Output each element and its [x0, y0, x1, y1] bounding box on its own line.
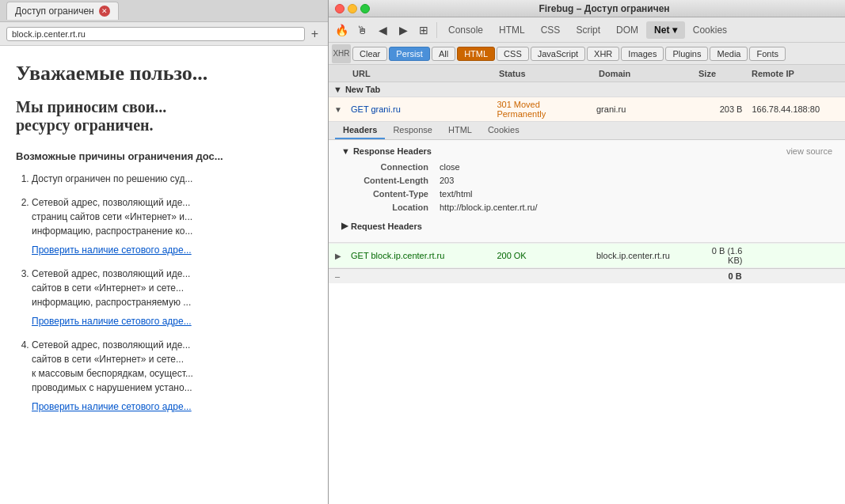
row-expand-icon-2: ▶: [332, 249, 344, 262]
close-button[interactable]: [335, 4, 344, 13]
net-request-main-1[interactable]: ▼ GET grani.ru 301 Moved Permanently gra…: [329, 97, 845, 121]
browser-tab[interactable]: Доступ ограничен ✕: [6, 2, 119, 20]
firebug-panel: Firebug – Доступ ограничен 🔥 🖱 ◀ ▶ ⊞ Con…: [329, 0, 845, 504]
list-item-text: Сетевой адрес, позволяющий иде...сайтов …: [32, 268, 191, 308]
header-row-location: Location http://block.ip.center.rt.ru/: [343, 203, 831, 214]
request-status-2: 200 OK: [490, 251, 590, 260]
tab-console[interactable]: Console: [440, 21, 491, 39]
header-value-content-type: text/html: [440, 189, 831, 201]
tab-net[interactable]: Net ▾: [646, 21, 685, 39]
tab-close-button[interactable]: ✕: [99, 6, 110, 17]
all-button[interactable]: All: [432, 47, 455, 61]
list-item-text: Сетевой адрес, позволяющий иде...страниц…: [32, 197, 192, 237]
xhr-button[interactable]: XHR: [587, 47, 619, 61]
page-link[interactable]: Проверить наличие сетового адре...: [32, 243, 312, 257]
response-headers-label: Response Headers: [353, 146, 432, 156]
plugins-button[interactable]: Plugins: [665, 47, 708, 61]
view-source-link[interactable]: view source: [786, 146, 832, 156]
net-tool-icon[interactable]: XHR: [332, 44, 351, 63]
detail-content: ▼ Response Headers view source Connectio…: [329, 140, 845, 242]
list-item-text: Сетевой адрес, позволяющий иде...сайтов …: [32, 339, 193, 393]
status-column-header: Status: [493, 69, 592, 78]
detail-tab-headers[interactable]: Headers: [335, 122, 385, 139]
page-heading: Уважаемые пользо...: [16, 62, 312, 85]
toolbar-separator: [436, 22, 437, 38]
page-subheading: Мы приносим свои...ресурсу ограничен.: [16, 98, 312, 135]
section-collapse-icon: ▶: [341, 221, 348, 231]
window-buttons: [335, 4, 370, 13]
browser-content: Уважаемые пользо... Мы приносим свои...р…: [0, 46, 328, 504]
media-button[interactable]: Media: [710, 47, 748, 61]
clear-button[interactable]: Clear: [352, 47, 387, 61]
summary-size: 0 В: [585, 271, 745, 281]
header-row-content-type: Content-Type text/html: [343, 189, 831, 201]
net-group-header[interactable]: ▼ New Tab: [329, 82, 845, 97]
detail-tab-html[interactable]: HTML: [440, 122, 480, 139]
firebug-toolbar: 🔥 🖱 ◀ ▶ ⊞ Console HTML CSS Script DOM Ne…: [329, 17, 845, 43]
browser-tab-bar: Доступ ограничен ✕: [0, 0, 328, 22]
group-label: New Tab: [345, 85, 380, 94]
firebug-logo-icon[interactable]: 🔥: [332, 21, 351, 40]
forward-icon[interactable]: ▶: [394, 21, 413, 40]
request-domain-1: grani.ru: [590, 104, 690, 114]
tab-dom[interactable]: DOM: [608, 21, 646, 39]
response-headers-table: Connection close Content-Length 203 Cont…: [341, 161, 832, 216]
header-value-connection: close: [440, 162, 831, 174]
header-name-content-type: Content-Type: [343, 189, 438, 201]
firebug-title: Firebug – Доступ ограничен: [370, 3, 839, 14]
step-icon[interactable]: ⊞: [414, 21, 433, 40]
net-content: ▼ New Tab ▼ GET grani.ru 301 Moved Perma…: [329, 82, 845, 504]
persist-button[interactable]: Persist: [389, 47, 430, 61]
request-headers-header[interactable]: ▶ Request Headers: [341, 221, 832, 231]
fonts-button[interactable]: Fonts: [749, 47, 786, 61]
header-row-connection: Connection close: [343, 162, 831, 174]
back-icon[interactable]: ◀: [373, 21, 392, 40]
net-request-main-2[interactable]: ▶ GET block.ip.center.rt.ru 200 OK block…: [329, 244, 845, 267]
tab-html[interactable]: HTML: [491, 21, 533, 39]
address-field[interactable]: block.ip.center.rt.ru: [6, 27, 305, 41]
browser-address-bar: block.ip.center.rt.ru +: [0, 22, 328, 46]
net-summary-row: – 0 В: [329, 268, 845, 283]
header-value-content-length: 203: [440, 176, 831, 188]
list-item: Сетевой адрес, позволяющий иде...страниц…: [32, 195, 312, 257]
list-item: Доступ ограничен по решению суд...: [32, 172, 312, 186]
maximize-button[interactable]: [360, 4, 370, 13]
javascript-button[interactable]: JavaScript: [531, 47, 585, 61]
list-item-text: Доступ ограничен по решению суд...: [32, 173, 192, 184]
detail-tabs: Headers Response HTML Cookies: [329, 122, 845, 140]
remote-ip-column-header: Remote IP: [745, 69, 845, 78]
page-link[interactable]: Проверить наличие сетового адре...: [32, 314, 312, 328]
new-tab-button[interactable]: +: [308, 28, 322, 40]
section-expand-icon: ▼: [341, 146, 350, 156]
inspect-icon[interactable]: 🖱: [352, 21, 371, 40]
tab-label: Доступ ограничен: [15, 6, 94, 17]
request-headers-label: Request Headers: [351, 222, 422, 231]
request-details-1: Headers Response HTML Cookies ▼ Response…: [329, 121, 845, 243]
list-item: Сетевой адрес, позволяющий иде...сайтов …: [32, 338, 312, 414]
firebug-nav-tabs: Console HTML CSS Script DOM Net ▾ Cookie…: [440, 21, 842, 39]
size-column-header: Size: [692, 69, 745, 78]
response-headers-section[interactable]: ▼ Response Headers view source: [341, 146, 832, 156]
tab-cookies[interactable]: Cookies: [685, 21, 735, 39]
net-request-row-2: ▶ GET block.ip.center.rt.ru 200 OK block…: [329, 244, 845, 268]
images-button[interactable]: Images: [621, 47, 664, 61]
tab-css[interactable]: CSS: [533, 21, 569, 39]
detail-tab-response[interactable]: Response: [385, 122, 440, 139]
firebug-net-toolbar: XHR Clear Persist All HTML CSS JavaScrip…: [329, 43, 845, 65]
request-domain-2: block.ip.center.rt.ru: [590, 251, 690, 260]
group-expand-icon: ▼: [333, 85, 342, 94]
detail-tab-cookies[interactable]: Cookies: [480, 122, 527, 139]
summary-dash: –: [329, 271, 585, 281]
net-table-header: URL Status Domain Size Remote IP: [329, 65, 845, 82]
request-size-1: 203 В: [690, 104, 746, 114]
browser-panel: Доступ ограничен ✕ block.ip.center.rt.ru…: [0, 0, 329, 504]
page-link[interactable]: Проверить наличие сетового адре...: [32, 400, 312, 414]
request-size-2: 0 B (1.6 KB): [690, 246, 746, 265]
minimize-button[interactable]: [348, 4, 357, 13]
url-column-header: URL: [329, 69, 493, 78]
header-row-content-length: Content-Length 203: [343, 176, 831, 188]
css-button[interactable]: CSS: [497, 47, 529, 61]
html-button[interactable]: HTML: [457, 47, 495, 61]
domain-column-header: Domain: [592, 69, 692, 78]
tab-script[interactable]: Script: [568, 21, 608, 39]
